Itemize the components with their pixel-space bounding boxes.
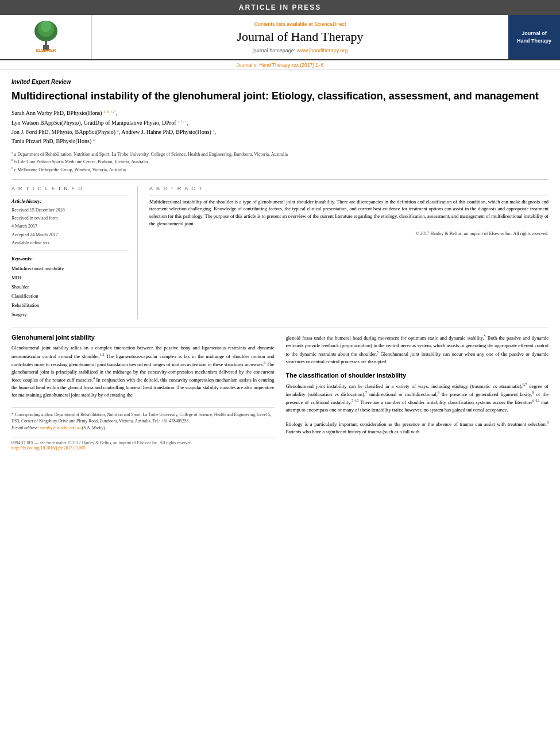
body-col-left: Glenohumeral joint stability Glenohumera…	[11, 334, 275, 450]
footnotes-section: * Corresponding author. Department of Re…	[11, 407, 275, 431]
journal-header: ELSEVIER Contents lists available at Sci…	[0, 15, 560, 60]
available-date: Available online xxx	[11, 239, 129, 247]
section-heading-2: The classification of shoulder instabili…	[286, 372, 549, 379]
abstract-label: A B S T R A C T	[149, 186, 549, 191]
info-abstract-section: A R T I C L E I N F O Article history: R…	[11, 186, 549, 320]
article-info-col: A R T I C L E I N F O Article history: R…	[11, 186, 138, 320]
keyword-6: Surgery	[11, 310, 129, 319]
journal-title: Journal of Hand Therapy	[237, 29, 363, 44]
journal-info-center: Contents lists available at ScienceDirec…	[92, 15, 508, 59]
keywords-list: Multidirectional instability MDI Shoulde…	[11, 264, 129, 320]
info-divider-1	[11, 195, 129, 195]
svg-text:ELSEVIER: ELSEVIER	[36, 48, 56, 52]
body-col-right: glenoid fossa under the humeral head dur…	[286, 334, 549, 450]
keywords-label: Keywords:	[11, 256, 129, 261]
authors-line: Sarah Ann Warby PhD, BPhysio(Hons) a, b,…	[11, 109, 549, 146]
body-text-right-3: Etiology is a particularly important con…	[286, 420, 549, 436]
affiliation-b: b b Life Care Prahran Sports Medicine Ce…	[11, 157, 549, 166]
article-type: Invited Expert Review	[11, 79, 549, 85]
bottom-bar: 0894-1130/$ — see front matter © 2017 Ha…	[11, 437, 275, 451]
issn-line: 0894-1130/$ — see front matter © 2017 Ha…	[11, 440, 275, 445]
accepted-date: Accepted 24 March 2017	[11, 231, 129, 239]
footnote-email: E-mail address: swarby@latrobe.edu.au (S…	[11, 425, 275, 431]
body-text-1: Glenohumeral joint stability relies on a…	[11, 344, 275, 399]
abstract-col: A B S T R A C T Multidirectional instabi…	[149, 186, 549, 320]
footnote-star: * Corresponding author. Department of Re…	[11, 411, 275, 425]
affiliations: a a Department of Rehabilitation, Nutrit…	[11, 150, 549, 174]
keyword-3: Shoulder	[11, 282, 129, 291]
article-in-press-banner: ARTICLE IN PRESS	[0, 0, 560, 15]
body-text-right-1: glenoid fossa under the humeral head dur…	[286, 334, 549, 365]
received-date: Received 15 December 2016	[11, 206, 129, 214]
doi-line: Journal of Hand Therapy xxx (2017) 1–6	[0, 60, 560, 70]
body-section: Glenohumeral joint stability Glenohumera…	[11, 334, 549, 450]
journal-logo-box: Journal of Hand Therapy	[508, 15, 560, 59]
revised-label: Received in revised form	[11, 214, 129, 222]
divider-2	[11, 328, 549, 328]
article-history-label: Article history:	[11, 198, 129, 204]
copyright-line: © 2017 Hanley & Belfus, an imprint of El…	[149, 231, 549, 236]
jht-logo-text: Journal of Hand Therapy	[517, 30, 551, 44]
keyword-5: Rehabilitation	[11, 301, 129, 310]
elsevier-logo: ELSEVIER	[26, 21, 66, 53]
keyword-4: Classification	[11, 291, 129, 301]
elsevier-tree-icon: ELSEVIER	[26, 21, 66, 52]
affiliation-c: c c Melbourne Orthopedic Group, Windsor,…	[11, 166, 549, 174]
section-heading-1: Glenohumeral joint stability	[11, 334, 275, 341]
elsevier-logo-section: ELSEVIER	[0, 15, 92, 59]
affiliation-a: a a Department of Rehabilitation, Nutrit…	[11, 150, 549, 158]
abstract-text: Multidirectional instability of the shou…	[149, 198, 549, 228]
article-dates: Received 15 December 2016 Received in re…	[11, 206, 129, 248]
svg-point-4	[41, 21, 51, 32]
info-divider-2	[11, 251, 129, 251]
sciencedirect-line: Contents lists available at ScienceDirec…	[254, 21, 346, 27]
journal-homepage: journal homepage: www.jhandtherapy.org	[253, 48, 347, 53]
keyword-1: Multidirectional instability	[11, 264, 129, 273]
doi-link[interactable]: http://dx.doi.org/10.1016/j.jht.2017.03.…	[11, 445, 85, 451]
abstract-divider	[149, 195, 549, 195]
divider-1	[11, 179, 549, 180]
keyword-2: MDI	[11, 273, 129, 282]
revised-date: 4 March 2017	[11, 222, 129, 230]
main-content: Invited Expert Review Multidirectional i…	[0, 70, 560, 459]
article-title: Multidirectional instability of the glen…	[11, 90, 549, 103]
body-text-right-2: Glenohumeral joint instability can be cl…	[286, 382, 549, 414]
article-info-label: A R T I C L E I N F O	[11, 186, 129, 191]
